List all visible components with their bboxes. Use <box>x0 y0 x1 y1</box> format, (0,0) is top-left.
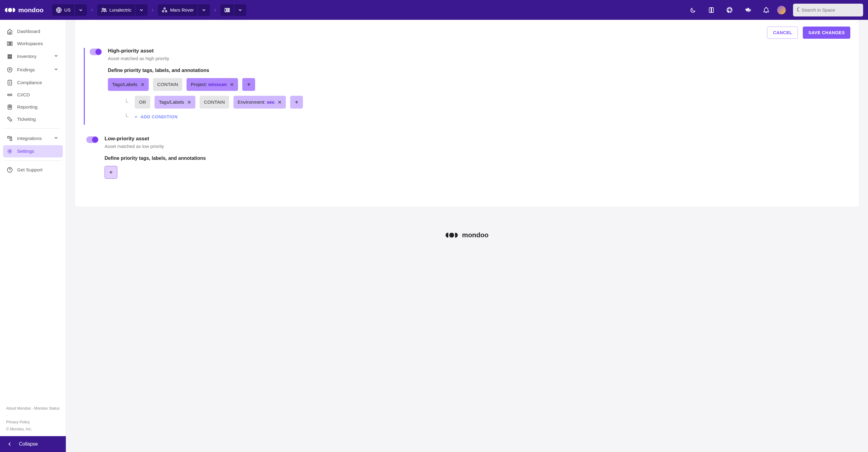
add-condition-button[interactable]: + ADD CONDITION <box>135 114 178 119</box>
workspace-dropdown[interactable] <box>234 4 246 16</box>
high-priority-section: High-priority asset Asset matched as hig… <box>84 48 850 125</box>
collapse-button[interactable]: Collapse <box>0 436 66 452</box>
space-label: Mars Rover <box>170 7 194 12</box>
breadcrumb-region[interactable]: US <box>52 4 87 16</box>
remove-icon[interactable]: ✕ <box>230 82 234 88</box>
search-input[interactable] <box>802 7 860 12</box>
brand-logo[interactable]: mondoo <box>5 6 43 14</box>
github-icon <box>726 7 733 13</box>
org-dropdown[interactable] <box>135 4 148 16</box>
breadcrumb-workspace[interactable] <box>220 4 246 16</box>
footer-privacy[interactable]: Privacy Policy <box>6 420 30 424</box>
chevron-down-icon <box>78 7 84 13</box>
remove-icon[interactable]: ✕ <box>141 82 145 88</box>
nav-compliance[interactable]: Compliance <box>3 77 63 89</box>
svg-point-20 <box>9 150 11 152</box>
svg-rect-18 <box>10 139 12 141</box>
add-condition-button[interactable]: + <box>104 166 117 179</box>
sidebar: Dashboard Workspaces Inventory Findings … <box>0 20 66 452</box>
add-condition-row: └ + ADD CONDITION <box>124 113 850 120</box>
low-priority-subtitle: Asset matched as low priority <box>104 144 850 149</box>
field-chip[interactable]: Tags/Labels✕ <box>155 96 195 109</box>
space-dropdown[interactable] <box>197 4 210 16</box>
add-value-button[interactable]: + <box>242 78 255 91</box>
breadcrumb-separator: › <box>151 7 154 13</box>
operator-chip[interactable]: CONTAIN <box>153 78 183 91</box>
add-value-button[interactable]: + <box>290 96 303 109</box>
nav-findings[interactable]: Findings <box>3 63 63 77</box>
report-icon <box>7 104 13 110</box>
slack-link[interactable] <box>744 6 752 14</box>
cancel-button[interactable]: CANCEL <box>767 27 798 39</box>
notifications[interactable] <box>762 6 771 14</box>
footer-brand: mondoo <box>75 231 859 239</box>
nav-divider <box>4 161 62 161</box>
gear-icon <box>7 148 13 154</box>
nav-ticketing[interactable]: Ticketing <box>3 113 63 125</box>
main-content: CANCEL SAVE CHANGES High-priority asset … <box>66 20 868 452</box>
high-priority-toggle[interactable] <box>90 49 102 55</box>
footer-copyright: © Mondoo, Inc. <box>6 426 60 433</box>
brand-name: mondoo <box>18 6 43 14</box>
save-button[interactable]: SAVE CHANGES <box>803 27 850 39</box>
svg-rect-6 <box>225 8 226 12</box>
breadcrumb-separator: › <box>214 7 217 13</box>
svg-point-1 <box>102 8 104 10</box>
bell-icon <box>763 7 769 13</box>
region-dropdown[interactable] <box>74 4 87 16</box>
value-chip[interactable]: Project: winscan✕ <box>187 78 238 91</box>
nav-support[interactable]: Get Support <box>3 164 63 176</box>
docs-link[interactable] <box>707 6 716 14</box>
slack-icon <box>745 7 751 13</box>
ticket-icon <box>7 116 13 122</box>
logo-icon <box>445 233 458 237</box>
high-priority-heading: Define priority tags, labels, and annota… <box>108 68 850 73</box>
compliance-icon <box>7 80 13 86</box>
logo-icon <box>5 8 15 12</box>
remove-icon[interactable]: ✕ <box>278 100 282 105</box>
footer-about[interactable]: About Mondoo <box>6 406 31 411</box>
operator-chip[interactable]: CONTAIN <box>199 96 229 109</box>
infinity-icon <box>7 92 13 98</box>
svg-rect-10 <box>7 42 9 46</box>
home-icon <box>7 28 13 34</box>
nav-dashboard[interactable]: Dashboard <box>3 25 63 37</box>
theme-toggle[interactable] <box>689 6 697 14</box>
svg-point-5 <box>165 10 167 12</box>
nodes-icon <box>161 7 167 13</box>
chevron-down-icon <box>237 7 243 13</box>
user-avatar[interactable] <box>777 6 786 14</box>
svg-rect-14 <box>8 80 11 85</box>
svg-rect-12 <box>11 42 12 46</box>
high-priority-title: High-priority asset <box>108 48 850 54</box>
value-chip[interactable]: Environment: sec✕ <box>234 96 286 109</box>
nav-settings[interactable]: Settings <box>3 145 63 158</box>
nav-reporting[interactable]: Reporting <box>3 101 63 113</box>
remove-icon[interactable]: ✕ <box>187 100 191 105</box>
help-icon <box>7 167 13 173</box>
nav-integrations[interactable]: Integrations <box>3 132 63 145</box>
field-chip[interactable]: Tags/Labels✕ <box>108 78 149 91</box>
plus-icon: + <box>135 114 137 119</box>
chevron-down-icon <box>53 135 59 141</box>
chevron-down-icon <box>201 7 207 13</box>
nav-workspaces[interactable]: Workspaces <box>3 37 63 50</box>
settings-card: CANCEL SAVE CHANGES High-priority asset … <box>75 20 859 207</box>
low-priority-section: Low-priority asset Asset matched as low … <box>84 136 850 183</box>
org-label: Lunalectric <box>110 7 132 12</box>
nav-inventory[interactable]: Inventory <box>3 50 63 63</box>
chevron-down-icon <box>53 66 59 72</box>
svg-point-4 <box>162 10 164 12</box>
footer-status[interactable]: Mondoo Status <box>34 406 60 411</box>
condition-row-2: └ OR Tags/Labels✕ CONTAIN Environment: s… <box>124 96 850 109</box>
join-chip[interactable]: OR <box>135 96 150 109</box>
chevron-down-icon <box>138 7 145 13</box>
app-header: mondoo US › Lunalectric › Mars Rover › <box>0 0 868 20</box>
search-box[interactable] <box>793 4 863 17</box>
nav-cicd[interactable]: CI/CD <box>3 89 63 101</box>
breadcrumb-org[interactable]: Lunalectric <box>97 4 148 16</box>
breadcrumb-space[interactable]: Mars Rover <box>158 4 210 16</box>
github-link[interactable] <box>725 6 734 14</box>
low-priority-toggle[interactable] <box>86 136 98 143</box>
sidebar-footer: About Mondoo · Mondoo Status · Privacy P… <box>0 401 66 436</box>
